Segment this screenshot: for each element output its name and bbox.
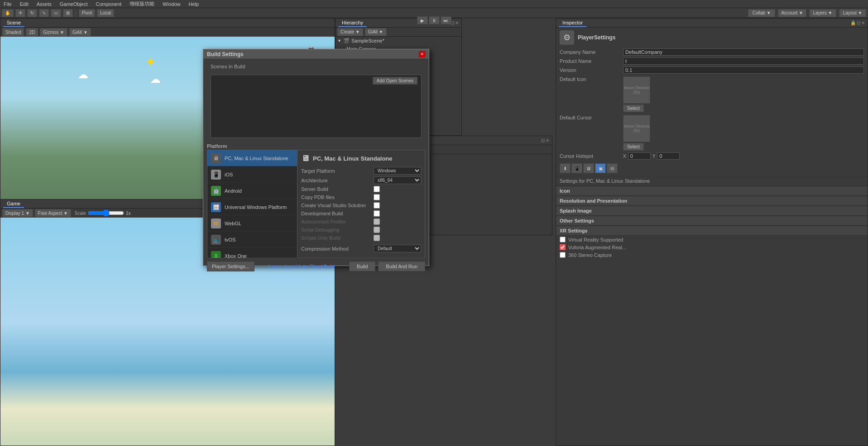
platform-item-uwp[interactable]: 🪟 Universal Windows Platform [207, 199, 297, 215]
platform-item-android[interactable]: 🤖 Android [207, 183, 297, 199]
architecture-select[interactable]: x86_64 [374, 176, 421, 184]
default-cursor-select-btn[interactable]: Select [623, 143, 644, 151]
rotate-tool-btn[interactable]: ↻ [27, 9, 37, 17]
hierarchy-create-btn[interactable]: Create ▼ [337, 28, 363, 36]
scene-gizmos-btn[interactable]: Gizmos ▼ [40, 28, 67, 36]
platform-icon-active[interactable]: ▣ [595, 163, 606, 173]
move-tool-btn[interactable]: ✛ [15, 9, 25, 17]
toolbar-right: Collab ▼ Account ▼ Layers ▼ Layout ▼ [748, 9, 866, 17]
create-vs-checkbox[interactable] [374, 202, 380, 209]
target-platform-select[interactable]: Windows [374, 167, 421, 175]
local-btn[interactable]: Local [97, 9, 114, 17]
add-open-scenes-btn[interactable]: Add Open Scenes [373, 77, 417, 85]
script-debugging-checkbox[interactable] [374, 227, 380, 233]
hierarchy-header-controls: ⊡ ✕ [451, 20, 459, 25]
build-btn[interactable]: Build [349, 261, 375, 271]
default-icon-select-btn[interactable]: Select [623, 104, 644, 112]
platform-item-xbox[interactable]: X Xbox One [207, 248, 297, 258]
vuforia-checkbox[interactable] [560, 244, 566, 250]
player-settings-btn[interactable]: Player Settings... [207, 261, 254, 271]
pause-btn[interactable]: ⏸ [429, 16, 440, 24]
build-settings-dialog: Build Settings ✕ Scenes In Build Add Ope… [203, 49, 429, 266]
menu-window[interactable]: Window [161, 1, 182, 7]
display-btn[interactable]: Display 1 ▼ [2, 209, 33, 217]
pc-platform-icon: 🖥 [211, 153, 221, 163]
other-settings-section[interactable]: Other Settings [556, 216, 868, 226]
xr-settings-section[interactable]: XR Settings [556, 226, 868, 236]
pivot-btn[interactable]: Pivot [79, 9, 95, 17]
product-name-input[interactable] [623, 57, 864, 65]
step-btn[interactable]: ⏭ [441, 16, 451, 24]
game-tab[interactable]: Game [3, 200, 24, 208]
inspector-header: Inspector 🔒 ⊡ ✕ [556, 19, 868, 28]
play-btn[interactable]: ▶ [417, 16, 428, 24]
2d-btn[interactable]: 2D [26, 28, 38, 36]
splash-section[interactable]: Splash Image [556, 206, 868, 216]
platform-item-pc[interactable]: 🖥 PC, Mac & Linux Standalone [207, 150, 297, 166]
xbox-platform-label: Xbox One [225, 253, 247, 259]
target-platform-row: Target Platform Windows [301, 167, 421, 175]
vr-supported-checkbox[interactable] [560, 237, 566, 242]
menu-plugin[interactable]: 增殖版功能 [128, 0, 156, 7]
version-row: Version [556, 66, 868, 75]
stereo-capture-checkbox[interactable] [560, 252, 566, 258]
inspector-header-controls: 🔒 ⊡ ✕ [850, 20, 865, 25]
layout-btn[interactable]: Layout ▼ [839, 9, 866, 17]
hierarchy-scene[interactable]: ▼ 🎬 SampleScene* [336, 37, 461, 45]
hotspot-x-input[interactable] [628, 152, 651, 160]
hierarchy-tab[interactable]: Hierarchy [338, 19, 367, 27]
platform-icon-extra[interactable]: ⊟ [607, 163, 618, 173]
scene-tab[interactable]: Scene [3, 19, 24, 27]
icon-section[interactable]: Icon [556, 186, 868, 196]
compression-select[interactable]: Default [374, 245, 421, 252]
hierarchy-all-btn[interactable]: GiAll ▼ [365, 28, 387, 36]
target-platform-control: Windows [374, 167, 421, 175]
collab-btn[interactable]: Collab ▼ [748, 9, 775, 17]
transform-tool-btn[interactable]: ⊞ [63, 9, 73, 17]
project-header-controls: ⊡ ✕ [541, 138, 549, 143]
ios-platform-label: iOS [225, 172, 233, 177]
account-btn[interactable]: Account ▼ [778, 9, 806, 17]
aspect-btn[interactable]: Free Aspect ▼ [35, 209, 71, 217]
menu-file[interactable]: File [2, 1, 14, 7]
shading-btn[interactable]: Shaded [2, 28, 24, 36]
inspector-tab[interactable]: Inspector [559, 19, 586, 27]
platform-item-tvos[interactable]: 📺 tvOS [207, 232, 297, 248]
cursor-hotspot-row: Cursor Hotspot X Y [556, 152, 868, 161]
platform-item-webgl[interactable]: W WebGL [207, 215, 297, 232]
rect-tool-btn[interactable]: ▭ [51, 9, 61, 17]
hierarchy-close: ✕ [455, 20, 459, 25]
company-name-input[interactable] [623, 48, 864, 56]
autoconnect-row: Autoconnect Profiler [301, 218, 421, 225]
menu-edit[interactable]: Edit [18, 1, 30, 7]
hand-tool-btn[interactable]: ✋ [2, 9, 14, 17]
autoconnect-checkbox[interactable] [374, 218, 380, 225]
hotspot-y-input[interactable] [657, 152, 680, 160]
copy-pdb-checkbox[interactable] [374, 194, 380, 200]
scripts-only-checkbox[interactable] [374, 235, 380, 241]
scale-tool-btn[interactable]: ⤡ [39, 9, 49, 17]
platform-item-ios[interactable]: 📱 iOS [207, 166, 297, 183]
platform-icon-mobile[interactable]: 📱 [571, 163, 582, 173]
resolution-section[interactable]: Resolution and Presentation [556, 196, 868, 206]
build-and-run-btn[interactable]: Build And Run [378, 261, 425, 271]
platform-icon-download[interactable]: ⬇ [560, 163, 571, 173]
version-input[interactable] [623, 66, 864, 74]
copy-pdb-row: Copy PDB files [301, 194, 421, 200]
menu-help[interactable]: Help [187, 1, 201, 7]
development-build-checkbox[interactable] [374, 210, 380, 217]
platform-icon-monitor[interactable]: 🖥 [583, 163, 594, 173]
scale-slider[interactable] [88, 210, 124, 216]
build-dialog-close-btn[interactable]: ✕ [419, 51, 425, 57]
inspector-panel: Inspector 🔒 ⊡ ✕ ⚙ PlayerSettings Company… [556, 18, 868, 446]
layers-btn[interactable]: Layers ▼ [809, 9, 836, 17]
scene-all-btn[interactable]: GiAll ▼ [69, 28, 91, 36]
inspector-lock[interactable]: 🔒 [850, 20, 856, 25]
scripts-only-label: Scripts Only Build [301, 235, 374, 241]
learn-unity-cloud-link[interactable]: Learn about Unity Cloud Build [269, 264, 335, 269]
menu-gameobject[interactable]: GameObject [58, 1, 90, 7]
server-build-checkbox[interactable] [374, 186, 380, 192]
menu-component[interactable]: Component [94, 1, 123, 7]
cloud-decoration-2: ☁ [150, 73, 161, 85]
menu-assets[interactable]: Assets [35, 1, 53, 7]
